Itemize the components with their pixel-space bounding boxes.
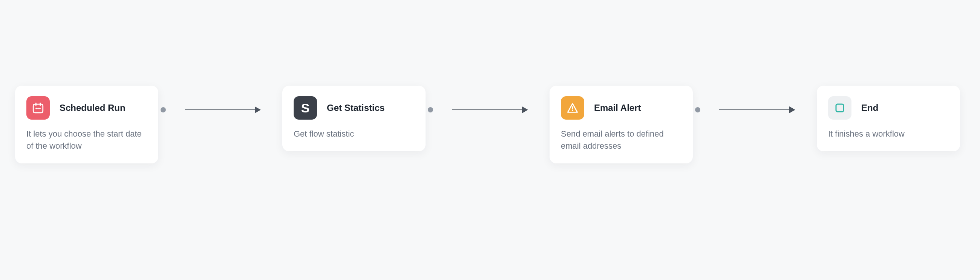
workflow-canvas: Scheduled Run It lets you choose the sta… (0, 0, 980, 280)
connector-dot (428, 107, 433, 112)
node-end[interactable]: End It finishes a workflow (817, 86, 960, 151)
node-get-statistics[interactable]: S Get Statistics Get flow statistic (282, 86, 426, 151)
node-header: Scheduled Run (26, 96, 147, 120)
node-title: End (861, 102, 878, 113)
svg-point-3 (39, 108, 41, 109)
svg-point-1 (35, 108, 37, 109)
node-email-alert[interactable]: Email Alert Send email alerts to defined… (550, 86, 693, 163)
node-header: Email Alert (561, 96, 681, 120)
s-letter-icon: S (294, 96, 317, 120)
node-description: It lets you choose the start date of the… (26, 128, 147, 152)
node-description: It finishes a workflow (828, 128, 949, 140)
node-scheduled-run[interactable]: Scheduled Run It lets you choose the sta… (15, 86, 158, 163)
svg-rect-5 (836, 104, 843, 112)
node-header: End (828, 96, 949, 120)
node-description: Send email alerts to defined email addre… (561, 128, 681, 152)
warning-icon (561, 96, 584, 120)
square-icon (828, 96, 851, 120)
calendar-icon (26, 96, 50, 120)
connector-dot (695, 107, 700, 112)
node-title: Email Alert (594, 102, 641, 113)
svg-point-4 (572, 110, 573, 111)
node-description: Get flow statistic (294, 128, 414, 140)
node-header: S Get Statistics (294, 96, 414, 120)
node-title: Scheduled Run (60, 102, 126, 113)
arrow (719, 109, 795, 110)
node-title: Get Statistics (327, 102, 385, 113)
connector-dot (161, 107, 166, 112)
arrow (452, 109, 527, 110)
svg-point-2 (37, 108, 39, 109)
arrow (185, 109, 260, 110)
